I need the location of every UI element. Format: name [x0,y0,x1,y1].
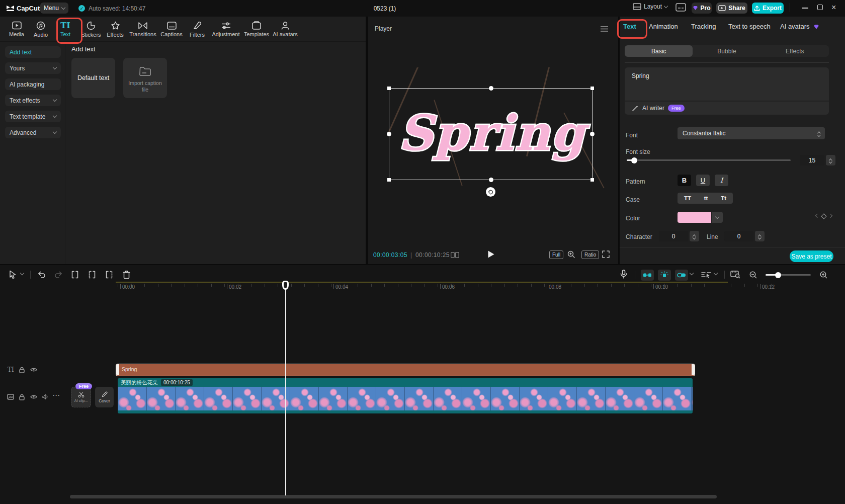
character-spacing-value[interactable]: 0 [659,231,688,241]
resize-handle[interactable] [387,132,391,136]
zoom-preview-icon[interactable] [567,250,575,259]
tab-filters[interactable]: Filters [181,18,213,40]
sidebar-item-text-effects[interactable]: Text effects [5,95,61,106]
font-select[interactable]: Constantia Italic [678,127,825,139]
resize-handle[interactable] [590,132,595,136]
play-icon[interactable] [487,250,495,259]
ratio-button[interactable]: Ratio [581,250,599,259]
preview-axis-icon[interactable] [730,270,740,279]
select-tool-icon[interactable] [9,270,17,279]
video-clip-filmstrip[interactable] [118,387,693,410]
eye-icon[interactable] [30,367,37,372]
menu-button[interactable]: Menu [40,3,68,14]
lock-icon[interactable] [19,367,25,373]
underline-button[interactable]: U [696,175,710,186]
grid-preview-icon[interactable] [451,252,459,258]
tab-adjustment[interactable]: Adjustment [210,18,242,40]
font-size-stepper[interactable] [826,155,835,165]
export-button[interactable]: Export [752,3,784,14]
lowercase-button[interactable]: tt [704,195,708,201]
subtab-effects[interactable]: Effects [761,45,829,57]
rotate-handle-icon[interactable] [486,187,495,197]
slider-knob[interactable] [631,157,637,163]
cover-button[interactable]: Cover [95,387,114,407]
sidebar-item-yours[interactable]: Yours [5,62,61,74]
split-left-icon[interactable] [71,271,79,279]
layout-button[interactable]: Layout [633,3,667,10]
close-icon[interactable]: × [831,3,836,12]
lock-icon[interactable] [19,394,25,400]
bold-button[interactable]: B [678,175,691,186]
italic-button[interactable]: I [715,175,728,186]
playhead-line[interactable] [285,282,286,495]
color-dropdown[interactable] [712,212,723,223]
delete-icon[interactable] [123,270,130,279]
resize-handle[interactable] [489,86,493,91]
titlecase-button[interactable]: Tt [721,195,726,201]
tab-transitions[interactable]: Transitions [127,18,159,40]
tab-inspector-text-to-speech[interactable]: Text to speech [728,23,771,30]
resize-handle[interactable] [489,178,493,182]
fullscreen-icon[interactable] [602,250,610,258]
caption-panel-icon[interactable] [675,3,686,12]
tab-templates[interactable]: Templates [240,18,273,40]
text-content-input[interactable]: Spring [625,67,829,101]
record-voiceover-icon[interactable] [620,270,627,279]
tab-inspector-ai-avatars[interactable]: AI avatars [780,23,810,30]
tab-inspector-text[interactable]: Text [623,23,636,30]
line-spacing-value[interactable]: 0 [724,231,753,241]
import-caption-card[interactable]: Import caption file [123,58,167,98]
color-swatch[interactable] [678,212,711,223]
linked-selection-toggle[interactable] [675,270,688,281]
zoom-in-icon[interactable] [820,271,827,279]
keyframe-next-icon[interactable] [828,213,832,217]
tab-inspector-tracking[interactable]: Tracking [691,23,716,30]
undo-icon[interactable] [37,271,46,278]
font-size-slider[interactable] [627,159,791,161]
player-menu-icon[interactable] [601,26,608,32]
minimize-icon[interactable] [802,8,808,9]
magnetic-snap-toggle[interactable] [658,270,671,281]
eye-icon[interactable] [30,394,37,399]
character-spacing-stepper[interactable] [690,231,699,241]
text-selection-box[interactable] [389,88,593,180]
timeline-scrollbar[interactable] [70,495,717,498]
more-icon[interactable]: ··· [53,392,60,399]
video-clip-header[interactable]: 美丽的粉色花朵 00:00:10:25 [118,378,693,387]
line-spacing-stepper[interactable] [755,231,765,241]
maximize-icon[interactable] [817,5,823,10]
split-right-icon[interactable] [105,271,113,279]
resize-handle[interactable] [590,87,594,90]
font-size-value[interactable]: 15 [800,155,824,165]
sidebar-item-text-template[interactable]: Text template [5,111,61,122]
tab-inspector-animation[interactable]: Animation [649,23,678,30]
sidebar-item-advanced[interactable]: Advanced [5,127,61,138]
ai-clip-button[interactable]: AI clip... [71,387,91,407]
keyframe-diamond-icon[interactable] [821,213,826,219]
subtab-basic[interactable]: Basic [625,45,693,57]
full-button[interactable]: Full [549,250,563,259]
tab-ai-avatars[interactable]: AI avatars [269,18,301,40]
ai-writer-button[interactable]: AI writer Free [625,101,829,115]
track-select-tool-icon[interactable] [701,271,711,279]
save-as-preset-button[interactable]: Save as preset [790,250,833,262]
keyframe-prev-icon[interactable] [815,213,819,217]
video-preview[interactable]: Spring [372,67,612,202]
sidebar-item-add-text[interactable]: Add text [5,46,61,58]
zoom-out-icon[interactable] [749,271,757,279]
resize-handle[interactable] [387,178,391,182]
uppercase-button[interactable]: TT [684,195,691,201]
clip-trim-handle-left[interactable] [116,364,119,375]
split-both-icon[interactable] [88,271,96,279]
pro-button[interactable]: Pro [692,3,712,14]
redo-icon[interactable] [54,271,63,278]
share-button[interactable]: Share [716,3,747,14]
stepper-icon[interactable] [818,131,820,136]
text-clip[interactable]: Spring [116,364,695,376]
timeline-zoom-slider[interactable] [766,274,811,276]
sidebar-item-ai-packaging[interactable]: AI packaging [5,78,61,90]
resize-handle[interactable] [387,87,391,90]
resize-handle[interactable] [590,178,594,182]
auto-attach-toggle[interactable] [641,270,654,281]
slider-knob[interactable] [775,272,781,278]
